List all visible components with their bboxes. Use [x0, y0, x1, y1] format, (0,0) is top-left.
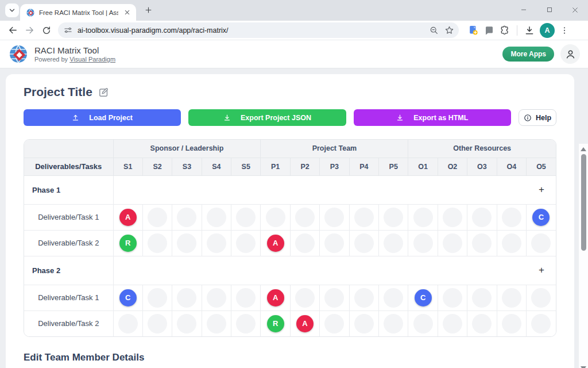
raci-cell-S3[interactable]: [172, 204, 202, 230]
raci-cell-O4[interactable]: [497, 204, 526, 230]
raci-empty-slot[interactable]: [354, 233, 374, 253]
raci-cell-P1[interactable]: A: [261, 230, 290, 256]
raci-empty-slot[interactable]: [236, 208, 256, 227]
load-project-button[interactable]: Load Project: [24, 109, 181, 126]
raci-cell-P1[interactable]: A: [261, 285, 290, 310]
browser-menu-button[interactable]: [560, 26, 569, 35]
reload-button[interactable]: [38, 22, 55, 39]
raci-empty-slot[interactable]: [324, 314, 344, 334]
raci-badge-C[interactable]: C: [415, 289, 432, 306]
raci-empty-slot[interactable]: [502, 314, 521, 334]
raci-cell-P2[interactable]: A: [290, 310, 319, 336]
raci-empty-slot[interactable]: [384, 288, 403, 308]
raci-cell-P2[interactable]: [290, 230, 319, 256]
export-json-button[interactable]: Export Project JSON: [188, 109, 346, 126]
raci-badge-A[interactable]: A: [267, 235, 284, 252]
raci-empty-slot[interactable]: [177, 288, 196, 308]
raci-empty-slot[interactable]: [443, 208, 462, 227]
raci-empty-slot[interactable]: [384, 208, 403, 227]
raci-cell-O5[interactable]: C: [526, 204, 556, 230]
raci-empty-slot[interactable]: [472, 208, 492, 227]
raci-empty-slot[interactable]: [472, 233, 492, 253]
site-settings-icon[interactable]: [64, 26, 72, 34]
extension-docs-icon[interactable]: [468, 25, 479, 36]
raci-empty-slot[interactable]: [413, 233, 433, 253]
raci-cell-P3[interactable]: [320, 310, 349, 336]
raci-cell-O2[interactable]: [438, 204, 467, 230]
raci-empty-slot[interactable]: [236, 288, 256, 308]
raci-cell-P3[interactable]: [320, 204, 349, 230]
raci-cell-O2[interactable]: [438, 230, 467, 256]
raci-empty-slot[interactable]: [207, 314, 226, 334]
raci-cell-S2[interactable]: [142, 230, 172, 256]
raci-cell-S5[interactable]: [231, 310, 261, 336]
back-button[interactable]: [5, 22, 21, 39]
raci-empty-slot[interactable]: [207, 288, 226, 308]
more-apps-button[interactable]: More Apps: [502, 47, 554, 62]
raci-cell-S5[interactable]: [231, 230, 261, 256]
raci-cell-O1[interactable]: C: [408, 285, 438, 310]
raci-cell-P4[interactable]: [349, 230, 378, 256]
raci-empty-slot[interactable]: [177, 233, 196, 253]
raci-cell-S4[interactable]: [202, 285, 231, 310]
raci-empty-slot[interactable]: [443, 288, 462, 308]
browser-tab[interactable]: Free RACI Matrix Tool | Assign R: [20, 4, 136, 21]
export-html-button[interactable]: Export as HTML: [354, 109, 511, 126]
raci-cell-P5[interactable]: [379, 204, 408, 230]
raci-cell-P5[interactable]: [379, 285, 408, 310]
raci-cell-O2[interactable]: [438, 285, 467, 310]
raci-badge-R[interactable]: R: [267, 315, 284, 332]
raci-empty-slot[interactable]: [472, 288, 492, 308]
raci-cell-S2[interactable]: [142, 204, 172, 230]
url-text[interactable]: ai-toolbox.visual-paradigm.com/app/raci-…: [78, 26, 427, 34]
raci-cell-O4[interactable]: [497, 285, 526, 310]
forward-button[interactable]: [21, 22, 38, 39]
raci-empty-slot[interactable]: [295, 288, 315, 308]
raci-empty-slot[interactable]: [443, 314, 462, 334]
raci-cell-O3[interactable]: [467, 310, 497, 336]
browser-profile-avatar[interactable]: A: [540, 23, 555, 38]
raci-cell-O5[interactable]: [526, 310, 556, 336]
raci-badge-C[interactable]: C: [532, 209, 550, 226]
help-button[interactable]: Help: [519, 109, 556, 126]
raci-badge-A[interactable]: A: [296, 315, 314, 332]
tab-close-button[interactable]: [122, 8, 131, 17]
raci-empty-slot[interactable]: [384, 233, 403, 253]
raci-empty-slot[interactable]: [207, 208, 226, 227]
raci-cell-O4[interactable]: [497, 310, 526, 336]
raci-empty-slot[interactable]: [502, 288, 521, 308]
raci-empty-slot[interactable]: [148, 288, 167, 308]
raci-empty-slot[interactable]: [384, 314, 403, 334]
raci-cell-S5[interactable]: [231, 204, 261, 230]
user-profile-button[interactable]: [560, 44, 580, 64]
raci-cell-P3[interactable]: [320, 230, 349, 256]
raci-cell-S1[interactable]: [113, 310, 142, 336]
raci-empty-slot[interactable]: [177, 208, 196, 227]
raci-cell-P3[interactable]: [320, 285, 349, 310]
raci-empty-slot[interactable]: [295, 208, 315, 227]
raci-cell-O4[interactable]: [497, 230, 526, 256]
edit-title-button[interactable]: [98, 87, 109, 98]
raci-empty-slot[interactable]: [531, 288, 551, 308]
window-minimize-button[interactable]: [510, 0, 536, 20]
raci-cell-O2[interactable]: [438, 310, 467, 336]
scrollbar-thumb[interactable]: [581, 154, 586, 251]
raci-empty-slot[interactable]: [324, 288, 344, 308]
address-bar[interactable]: ai-toolbox.visual-paradigm.com/app/raci-…: [58, 22, 459, 38]
raci-cell-P4[interactable]: [349, 204, 378, 230]
raci-empty-slot[interactable]: [266, 208, 285, 227]
raci-empty-slot[interactable]: [118, 314, 138, 334]
raci-cell-S4[interactable]: [202, 230, 231, 256]
raci-badge-C[interactable]: C: [119, 289, 137, 306]
raci-empty-slot[interactable]: [148, 314, 167, 334]
raci-empty-slot[interactable]: [354, 288, 374, 308]
raci-cell-O1[interactable]: [408, 204, 438, 230]
raci-empty-slot[interactable]: [413, 208, 433, 227]
raci-cell-S1[interactable]: C: [113, 285, 142, 310]
raci-empty-slot[interactable]: [148, 208, 167, 227]
window-close-button[interactable]: [562, 0, 588, 20]
page-scrollbar[interactable]: [579, 144, 588, 368]
downloads-button[interactable]: [524, 25, 535, 36]
raci-cell-P5[interactable]: [379, 310, 408, 336]
raci-empty-slot[interactable]: [295, 233, 315, 253]
